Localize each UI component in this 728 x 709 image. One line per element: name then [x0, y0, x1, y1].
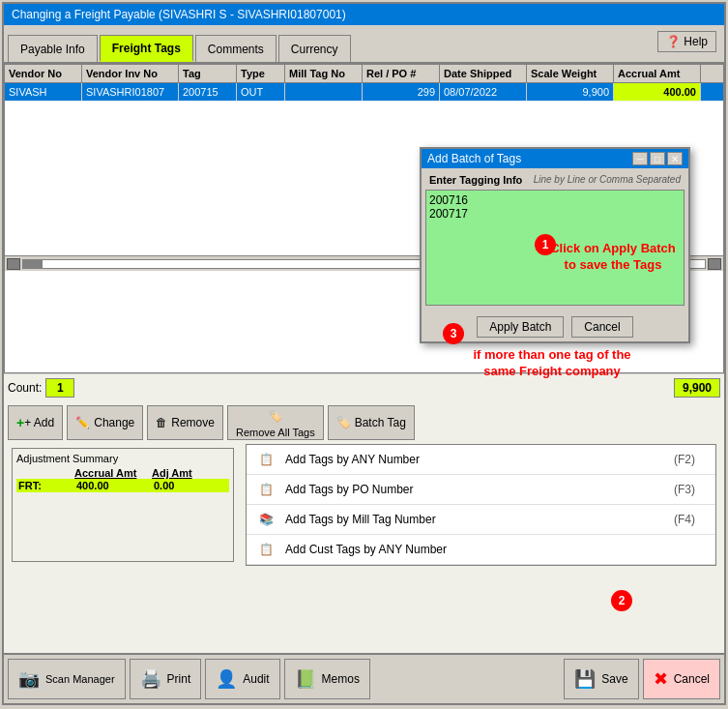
change-button[interactable]: ✏️ Change — [67, 405, 143, 440]
scan-manager-button[interactable]: 📷 Scan Manager — [8, 659, 126, 699]
adj-col-accrual: Accrual Amt — [74, 467, 152, 479]
remove-all-button[interactable]: 🏷️ Remove All Tags — [227, 405, 324, 440]
batch-tag-button[interactable]: 🏷️ Batch Tag — [328, 405, 415, 440]
cell-vendor-inv-no: SIVASHRI01807 — [82, 83, 179, 101]
cancel-icon: ✖ — [654, 668, 668, 690]
dropdown-item-mill-tag[interactable]: 📚 Add Tags by Mill Tag Number (F4) — [247, 505, 715, 535]
cancel-label: Cancel — [674, 672, 710, 686]
tab-freight-tags[interactable]: Freight Tags — [100, 35, 193, 62]
tab-currency[interactable]: Currency — [278, 35, 351, 62]
modal-hint-label: Line by Line or Comma Separated — [530, 172, 684, 188]
cust-tags-icon: 📋 — [254, 540, 277, 559]
audit-icon: 👤 — [216, 668, 237, 690]
change-label: Change — [94, 416, 134, 429]
dropdown-po-number-shortcut: (F3) — [674, 483, 708, 496]
print-label: Print — [167, 672, 191, 686]
remove-label: Remove — [171, 416, 215, 429]
modal-maximize-button[interactable]: □ — [650, 152, 665, 165]
count-label: Count: — [8, 381, 42, 395]
pencil-icon: ✏️ — [75, 416, 90, 429]
print-icon: 🖨️ — [140, 668, 161, 690]
add-button[interactable]: + + Add — [8, 405, 63, 440]
add-label: + Add — [24, 416, 54, 429]
memos-button[interactable]: 📗 Memos — [284, 659, 370, 699]
tab-bar: Payable Info Freight Tags Comments Curre… — [4, 25, 724, 64]
col-mill-tag-no: Mill Tag No — [285, 65, 363, 82]
table-row[interactable]: SIVASH SIVASHRI01807 200715 OUT 299 08/0… — [5, 83, 723, 101]
modal-body: Enter Tagging Info Line by Line or Comma… — [422, 168, 688, 312]
tab-comments[interactable]: Comments — [195, 35, 277, 62]
save-icon: 💾 — [574, 668, 596, 690]
dropdown-cust-tags-label: Add Cust Tags by ANY Number — [285, 543, 666, 556]
cell-type: OUT — [237, 83, 285, 101]
adjustment-summary: Adjustment Summary Accrual Amt Adj Amt F… — [12, 448, 234, 562]
cell-scale-weight: 9,900 — [527, 83, 614, 101]
table-header: Vendor No Vendor Inv No Tag Type Mill Ta… — [5, 65, 723, 83]
total-value: 9,900 — [674, 378, 720, 398]
action-buttons-row: + + Add ✏️ Change 🗑 Remove 🏷️ Remove All… — [4, 401, 724, 444]
trash-icon: 🗑 — [156, 416, 167, 429]
adj-col-adj: Adj Amt — [152, 467, 229, 479]
count-value: 1 — [45, 378, 74, 398]
main-window: Changing a Freight Payable (SIVASHRI S -… — [2, 2, 726, 705]
col-rel-po: Rel / PO # — [363, 65, 440, 82]
adj-row-accrual: 400.00 — [74, 479, 152, 492]
cancel-button[interactable]: ✖ Cancel — [643, 659, 720, 699]
annotation-2-circle: 2 — [611, 590, 632, 611]
add-dropdown-menu: 📋 Add Tags by ANY Number (F2) 📋 Add Tags… — [246, 444, 716, 566]
help-button[interactable]: ❓ Help — [657, 31, 716, 52]
apply-batch-button[interactable]: Apply Batch — [477, 316, 564, 338]
remove-button[interactable]: 🗑 Remove — [147, 405, 223, 440]
dropdown-mill-tag-shortcut: (F4) — [674, 513, 708, 526]
scan-manager-icon: 📷 — [18, 668, 40, 690]
col-tag: Tag — [179, 65, 237, 82]
print-button[interactable]: 🖨️ Print — [130, 659, 202, 699]
col-vendor-inv-no: Vendor Inv No — [82, 65, 179, 82]
footer-bar: 📷 Scan Manager 🖨️ Print 👤 Audit 📗 Memos … — [4, 653, 724, 703]
cell-date-shipped: 08/07/2022 — [440, 83, 527, 101]
remove-all-icon: 🏷️ — [269, 410, 282, 423]
batch-icon: 🏷️ — [336, 416, 351, 429]
modal-labels-row: Enter Tagging Info Line by Line or Comma… — [425, 172, 684, 188]
dropdown-any-number-shortcut: (F2) — [674, 453, 708, 466]
save-button[interactable]: 💾 Save — [564, 659, 638, 699]
audit-button[interactable]: 👤 Audit — [205, 659, 279, 699]
modal-close-button[interactable]: ✕ — [667, 152, 683, 165]
cell-vendor-no: SIVASH — [5, 83, 82, 101]
cell-mill-tag-no — [285, 83, 363, 101]
modal-minimize-button[interactable]: ─ — [632, 152, 648, 165]
col-accrual-amt: Accrual Amt — [614, 65, 701, 82]
adj-summary-title: Adjustment Summary — [16, 453, 229, 464]
mill-tag-icon: 📚 — [254, 510, 277, 529]
remove-all-label: Remove All Tags — [236, 427, 315, 438]
tab-payable-info[interactable]: Payable Info — [8, 35, 98, 62]
any-number-icon: 📋 — [254, 450, 277, 469]
modal-title-bar: Add Batch of Tags ─ □ ✕ — [422, 149, 688, 168]
save-label: Save — [601, 672, 627, 686]
dropdown-any-number-label: Add Tags by ANY Number — [285, 453, 666, 466]
batch-tag-label: Batch Tag — [355, 416, 406, 429]
scan-manager-label: Scan Manager — [45, 673, 115, 685]
adj-row-label: FRT: — [16, 479, 74, 492]
adj-data-row: FRT: 400.00 0.00 — [16, 479, 229, 492]
dropdown-item-any-number[interactable]: 📋 Add Tags by ANY Number (F2) — [247, 445, 715, 475]
cell-rel-po: 299 — [363, 83, 440, 101]
col-type: Type — [237, 65, 285, 82]
modal-title: Add Batch of Tags — [427, 152, 521, 165]
memos-label: Memos — [322, 672, 360, 686]
dropdown-item-po-number[interactable]: 📋 Add Tags by PO Number (F3) — [247, 475, 715, 505]
modal-enter-label: Enter Tagging Info — [425, 172, 526, 188]
dropdown-mill-tag-label: Add Tags by Mill Tag Number — [285, 513, 666, 526]
dropdown-po-number-label: Add Tags by PO Number — [285, 483, 666, 496]
count-total-bar: Count: 1 9,900 — [4, 373, 724, 401]
dropdown-item-cust-tags[interactable]: 📋 Add Cust Tags by ANY Number — [247, 535, 715, 565]
audit-label: Audit — [243, 672, 269, 686]
adj-row-adj: 0.00 — [152, 479, 229, 492]
count-box: Count: 1 — [8, 378, 74, 398]
col-date-shipped: Date Shipped — [440, 65, 527, 82]
title-text: Changing a Freight Payable (SIVASHRI S -… — [12, 8, 346, 21]
col-scale-weight: Scale Weight — [527, 65, 614, 82]
modal-textarea[interactable] — [425, 190, 684, 306]
modal-cancel-button[interactable]: Cancel — [571, 316, 632, 338]
title-bar: Changing a Freight Payable (SIVASHRI S -… — [4, 4, 724, 25]
